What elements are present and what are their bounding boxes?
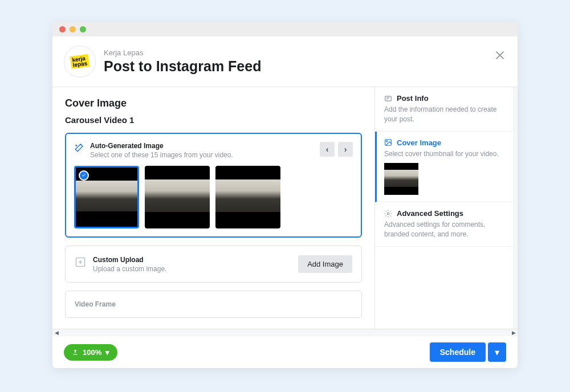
sidebar: Post Info Add the information needed to … — [375, 87, 518, 329]
auto-generated-title: Auto-Generated Image — [90, 142, 233, 150]
magic-wand-icon — [74, 142, 84, 153]
window-maximize-dot[interactable] — [80, 26, 86, 32]
upload-status-pill[interactable]: 100% ▾ — [64, 344, 117, 361]
image-upload-icon — [75, 256, 86, 268]
vertical-scrollbar[interactable] — [513, 87, 518, 329]
thumbnail-row — [74, 166, 353, 228]
sidebar-label: Post Info — [397, 94, 429, 103]
footer: 100% ▾ Schedule ▾ — [52, 336, 518, 368]
sidebar-item-post-info[interactable]: Post Info Add the information needed to … — [375, 87, 518, 132]
avatar-logo: kerjalepas — [70, 54, 89, 69]
sidebar-desc: Advanced settings for comments, branded … — [384, 220, 508, 239]
thumbnail-2[interactable] — [145, 166, 210, 228]
sidebar-label: Cover Image — [397, 138, 441, 147]
custom-upload-desc: Upload a custom image. — [93, 265, 166, 273]
sidebar-label: Advanced Settings — [397, 209, 463, 218]
sidebar-cover-thumbnail — [384, 163, 418, 195]
thumbs-next-button[interactable]: › — [338, 142, 353, 157]
schedule-button[interactable]: Schedule — [430, 342, 486, 362]
sidebar-item-advanced-settings[interactable]: Advanced Settings Advanced settings for … — [375, 202, 518, 247]
custom-upload-card: Custom Upload Upload a custom image. Add… — [65, 246, 362, 283]
check-icon — [79, 170, 89, 181]
page-avatar: kerjalepas — [64, 46, 96, 77]
sidebar-desc: Add the information needed to create you… — [384, 105, 508, 124]
auto-generated-card: Auto-Generated Image Select one of these… — [65, 133, 362, 238]
thumbs-prev-button[interactable]: ‹ — [320, 142, 335, 157]
page-name-subtitle: Kerja Lepas — [104, 48, 261, 57]
custom-upload-title: Custom Upload — [93, 256, 166, 264]
thumbnail-1[interactable] — [74, 166, 139, 228]
sidebar-item-cover-image[interactable]: Cover Image Select cover thumbnail for y… — [375, 132, 518, 203]
gear-icon — [384, 210, 392, 218]
image-icon — [384, 138, 392, 146]
auto-generated-desc: Select one of these 15 images from your … — [90, 151, 233, 159]
svg-point-3 — [386, 141, 388, 142]
titlebar — [52, 22, 518, 36]
schedule-options-button[interactable]: ▾ — [488, 342, 506, 362]
horizontal-scrollbar[interactable]: ◀ ▶ — [52, 329, 518, 336]
window-close-dot[interactable] — [59, 26, 66, 32]
close-icon[interactable] — [494, 49, 506, 64]
section-heading: Cover Image — [65, 97, 362, 109]
section-subheading: Carousel Video 1 — [65, 115, 362, 125]
upload-icon — [72, 349, 79, 356]
upload-status-text: 100% — [83, 348, 101, 357]
window-minimize-dot[interactable] — [70, 26, 76, 32]
thumbnail-3[interactable] — [215, 166, 280, 228]
modal-title: Post to Instagram Feed — [104, 58, 261, 75]
add-image-button[interactable]: Add Image — [298, 255, 352, 273]
post-info-icon — [384, 95, 392, 103]
modal-body: Cover Image Carousel Video 1 Auto-Genera… — [52, 87, 518, 329]
scroll-right-icon[interactable]: ▶ — [511, 330, 516, 336]
app-window: kerjalepas Kerja Lepas Post to Instagram… — [52, 22, 518, 368]
chevron-down-icon: ▾ — [105, 348, 109, 357]
sidebar-desc: Select cover thumbnail for your video. — [384, 149, 508, 159]
video-frame-card: Video Frame — [65, 291, 362, 318]
video-frame-title: Video Frame — [75, 300, 116, 308]
svg-point-4 — [387, 213, 389, 215]
scroll-left-icon[interactable]: ◀ — [54, 330, 59, 336]
modal-header: kerjalepas Kerja Lepas Post to Instagram… — [52, 36, 518, 87]
main-panel: Cover Image Carousel Video 1 Auto-Genera… — [52, 87, 375, 329]
